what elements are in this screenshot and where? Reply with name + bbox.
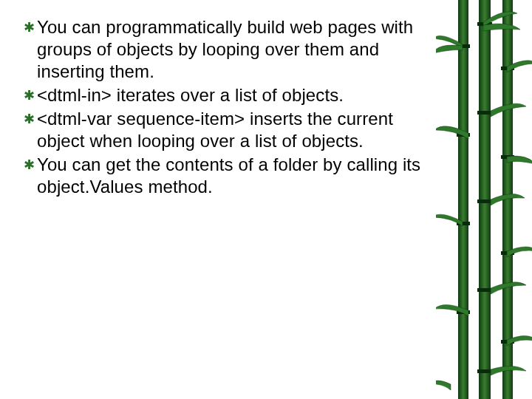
svg-rect-7 xyxy=(457,310,470,314)
svg-rect-9 xyxy=(477,111,492,115)
svg-rect-5 xyxy=(457,133,470,137)
list-item-text: You can get the contents of a folder by … xyxy=(37,154,442,198)
bullet-icon: ✱ xyxy=(21,108,37,130)
bullet-icon: ✱ xyxy=(21,84,37,106)
svg-rect-16 xyxy=(501,340,514,344)
list-item: ✱ <dtml-var sequence-item> inserts the c… xyxy=(21,108,442,152)
svg-rect-13 xyxy=(501,66,514,70)
bullet-icon: ✱ xyxy=(21,16,37,38)
list-item: ✱ <dtml-in> iterates over a list of obje… xyxy=(21,84,442,106)
svg-rect-11 xyxy=(477,288,492,292)
bamboo-decoration xyxy=(436,0,532,399)
svg-rect-12 xyxy=(477,369,492,373)
svg-rect-15 xyxy=(501,251,514,255)
svg-rect-1 xyxy=(458,0,468,399)
svg-rect-0 xyxy=(436,0,532,399)
svg-rect-10 xyxy=(477,200,492,203)
list-item-text: <dtml-var sequence-item> inserts the cur… xyxy=(37,108,442,152)
bullet-icon: ✱ xyxy=(21,154,37,176)
svg-rect-2 xyxy=(479,0,491,399)
list-item-text: You can programmatically build web pages… xyxy=(37,16,442,83)
list-item: ✱ You can get the contents of a folder b… xyxy=(21,154,442,198)
bullet-list: ✱ You can programmatically build web pag… xyxy=(21,16,442,200)
svg-rect-8 xyxy=(477,22,492,26)
svg-rect-14 xyxy=(501,155,514,159)
svg-rect-4 xyxy=(457,44,470,48)
list-item-text: <dtml-in> iterates over a list of object… xyxy=(37,84,344,106)
svg-rect-3 xyxy=(502,0,513,399)
list-item: ✱ You can programmatically build web pag… xyxy=(21,16,442,83)
svg-rect-6 xyxy=(457,222,470,225)
